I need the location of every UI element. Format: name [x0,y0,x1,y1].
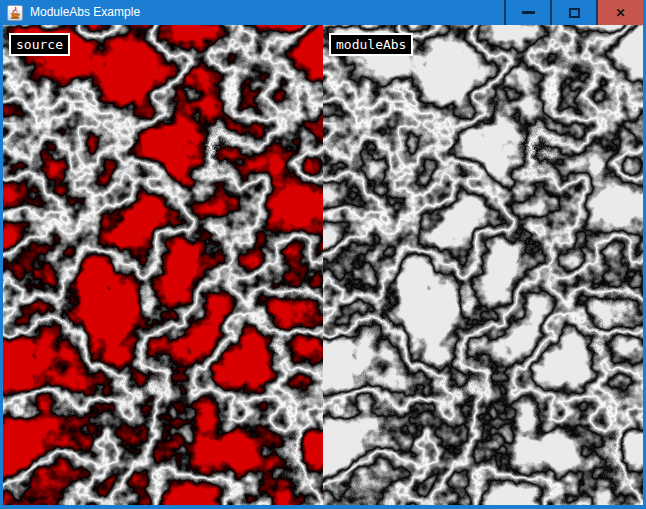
window-title: ModuleAbs Example [30,0,504,25]
source-image [3,25,323,505]
java-coffee-cup-icon [7,5,23,21]
moduleabs-image [323,25,643,505]
close-button[interactable]: ✕ [596,0,643,25]
application-window: ModuleAbs Example ✕ [0,0,646,509]
moduleabs-label: moduleAbs [329,33,413,56]
maximize-icon [569,8,580,18]
moduleabs-panel: moduleAbs [323,25,643,505]
source-label: source [9,33,70,56]
source-panel: source [3,25,323,505]
close-icon: ✕ [615,7,625,19]
minimize-icon [522,11,535,14]
content-area: source moduleAbs [3,25,643,505]
maximize-button[interactable] [550,0,596,25]
titlebar[interactable]: ModuleAbs Example ✕ [0,0,646,25]
minimize-button[interactable] [504,0,550,25]
window-controls: ✕ [504,0,643,25]
